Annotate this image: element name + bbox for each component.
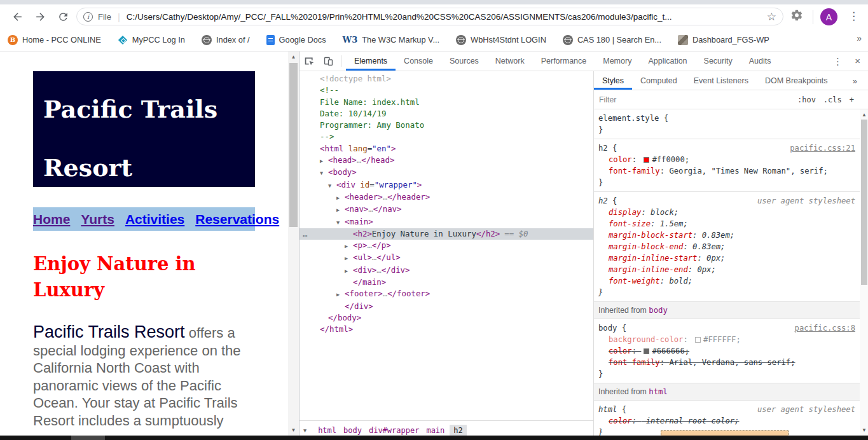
dom-tree-node[interactable]: …<h2>Enjoy Nature in Luxury</h2>== $0 — [300, 228, 593, 240]
breadcrumb-caret-icon[interactable]: ▼ — [303, 427, 307, 434]
styles-filter-input[interactable] — [594, 95, 766, 104]
tab-console[interactable]: Console — [396, 52, 441, 71]
dom-tree-node[interactable]: ▶<p>…</p> — [300, 240, 593, 252]
back-button[interactable] — [8, 7, 27, 26]
css-property[interactable]: margin-inline-end: 0px; — [598, 264, 857, 275]
bookmark-the-w3c-markup-v[interactable]: W3The W3C Markup V... — [343, 35, 440, 45]
profile-avatar[interactable]: A — [820, 8, 837, 25]
filter-control-cls[interactable]: .cls — [823, 95, 842, 104]
tab-sources[interactable]: Sources — [441, 52, 487, 71]
css-selector[interactable]: element.style — [598, 114, 659, 123]
bookmarks-overflow-icon[interactable]: » — [857, 33, 862, 43]
css-property[interactable]: color: -internal-root-color; — [598, 415, 857, 427]
twisty-icon[interactable]: ▼ — [328, 180, 336, 191]
css-property[interactable]: font-family: Georgia, "Times New Roman",… — [598, 165, 857, 177]
tab-network[interactable]: Network — [487, 52, 533, 71]
css-property[interactable]: margin-block-end: 0.83em; — [598, 241, 857, 252]
color-swatch[interactable] — [695, 337, 701, 343]
sidebar-tab-event-listeners[interactable]: Event Listeners — [685, 71, 757, 90]
bookmark-wbhst4stdnt-login[interactable]: WbHst4Stdnt LOGIN — [456, 35, 546, 45]
css-property[interactable]: color: #ff0000; — [598, 154, 857, 165]
css-property[interactable]: margin-inline-start: 0px; — [598, 252, 857, 264]
device-toolbar-icon[interactable] — [319, 52, 338, 71]
bookmark-dashboard-fgs-wp[interactable]: Dashboard_FGS-WP — [678, 35, 769, 45]
devtools-more-icon[interactable]: ⋮ — [833, 56, 843, 67]
nav-link-yurts[interactable]: Yurts — [81, 212, 114, 226]
twisty-icon[interactable]: ▶ — [320, 155, 328, 167]
breadcrumb-h2[interactable]: h2 — [450, 425, 466, 436]
nav-link-home[interactable]: Home — [33, 212, 70, 226]
dom-tree-node[interactable]: ▼<div id="wrapper"> — [300, 179, 593, 191]
inherited-from-element[interactable]: html — [649, 387, 668, 396]
dom-tree-node[interactable]: ▶<head>…</head> — [300, 155, 593, 167]
twisty-icon[interactable]: ▶ — [336, 289, 345, 300]
scroll-up-icon[interactable]: ▲ — [288, 52, 299, 62]
reload-button[interactable] — [53, 7, 72, 26]
color-swatch[interactable] — [644, 348, 649, 354]
css-selector[interactable]: html — [598, 405, 617, 414]
twisty-icon[interactable]: ▼ — [336, 217, 345, 228]
address-bar[interactable]: i File | C:/Users/Cathy/Desktop/Amy/_PCC… — [76, 8, 783, 25]
breadcrumb-main[interactable]: main — [426, 426, 444, 435]
dom-tree-node[interactable]: ▼<main> — [300, 216, 593, 228]
dom-tree-node[interactable]: </div> — [300, 301, 593, 312]
tab-application[interactable]: Application — [640, 52, 695, 71]
css-property[interactable]: background-color: #FFFFFF; — [598, 334, 857, 345]
twisty-icon[interactable]: ▶ — [345, 252, 353, 264]
dom-tree-node[interactable]: </main> — [300, 277, 593, 288]
bookmark-home-pcc-online[interactable]: BHome - PCC ONLINE — [8, 35, 101, 45]
scroll-down-icon[interactable]: ▼ — [288, 425, 299, 435]
inherited-from-element[interactable]: body — [649, 306, 668, 315]
dom-tree-node[interactable]: <!doctype html> — [300, 73, 593, 85]
css-selector[interactable]: h2 — [598, 144, 608, 153]
dom-tree-node[interactable]: </body> — [300, 312, 593, 324]
dom-tree-node[interactable]: ▶<div>…</div> — [300, 265, 593, 277]
css-property[interactable]: color: #666666; — [598, 345, 857, 357]
tab-elements[interactable]: Elements — [346, 52, 396, 71]
dom-tree-node[interactable]: <html lang="en"> — [300, 143, 593, 155]
tab-memory[interactable]: Memory — [595, 52, 640, 71]
twisty-icon[interactable]: ▶ — [336, 204, 345, 216]
forward-button[interactable] — [31, 7, 50, 26]
css-property[interactable]: font-weight: bold; — [598, 275, 857, 287]
dom-tree-node[interactable]: ▶<nav>…</nav> — [300, 203, 593, 216]
bookmark-google-docs[interactable]: Google Docs — [266, 35, 326, 45]
inspect-element-icon[interactable] — [300, 52, 319, 71]
css-property[interactable]: margin-block-start: 0.83em; — [598, 230, 857, 241]
css-selector[interactable]: h2 — [598, 196, 608, 205]
page-scrollbar[interactable]: ▲ ▼ — [288, 52, 299, 440]
css-selector[interactable]: body — [598, 324, 617, 333]
breadcrumb-body[interactable]: body — [343, 426, 362, 435]
stylesheet-origin[interactable]: pacific.css:21 — [790, 142, 855, 154]
css-property[interactable]: display: block; — [598, 207, 857, 218]
dom-tree-node[interactable]: </html> — [300, 324, 593, 335]
dom-tree-node[interactable]: ▶<header>…</header> — [300, 191, 593, 203]
twisty-icon[interactable]: ▼ — [320, 167, 328, 179]
sidebar-tab-computed[interactable]: Computed — [632, 71, 685, 90]
bookmark-star-icon[interactable]: ☆ — [767, 10, 776, 24]
browser-menu-icon[interactable]: ⋮ — [848, 10, 859, 23]
bookmark-mypcc-log-in[interactable]: MyPCC Log In — [118, 35, 185, 45]
tab-audits[interactable]: Audits — [741, 52, 780, 71]
twisty-icon[interactable]: ▶ — [345, 265, 353, 277]
tab-performance[interactable]: Performance — [533, 52, 595, 71]
nav-link-activities[interactable]: Activities — [125, 212, 184, 226]
sidebar-scrollbar[interactable]: ▲ ▼ — [860, 109, 868, 440]
dom-tree-node[interactable]: Date: 10/14/19 — [300, 108, 593, 120]
filter-control-hov[interactable]: :hov — [797, 95, 816, 104]
breadcrumb-div-wrapper[interactable]: div#wrapper — [369, 426, 419, 435]
dom-tree-node[interactable]: ▶<ul>…</ul> — [300, 252, 593, 264]
breadcrumb-html[interactable]: html — [318, 426, 336, 435]
bookmark-cas-180-search-en[interactable]: CAS 180 | Search En... — [563, 35, 661, 45]
dom-tree-node[interactable]: ▼<body> — [300, 167, 593, 179]
scroll-up-icon[interactable]: ▲ — [860, 109, 868, 120]
css-property[interactable]: font-family: Arial, Verdana, sans-serif; — [598, 357, 857, 368]
dom-tree-node[interactable]: Programmer: Amy Bonato — [300, 120, 593, 131]
nav-link-reservations[interactable]: Reservations — [195, 212, 279, 226]
filter-control-[interactable]: + — [850, 95, 854, 104]
dom-tree-node[interactable]: --> — [300, 131, 593, 142]
sidebar-tab-styles[interactable]: Styles — [594, 71, 632, 90]
page-info-icon[interactable]: i — [83, 12, 93, 22]
dom-tree-node[interactable]: <!-- — [300, 85, 593, 96]
css-property[interactable]: font-size: 1.5em; — [598, 218, 857, 230]
